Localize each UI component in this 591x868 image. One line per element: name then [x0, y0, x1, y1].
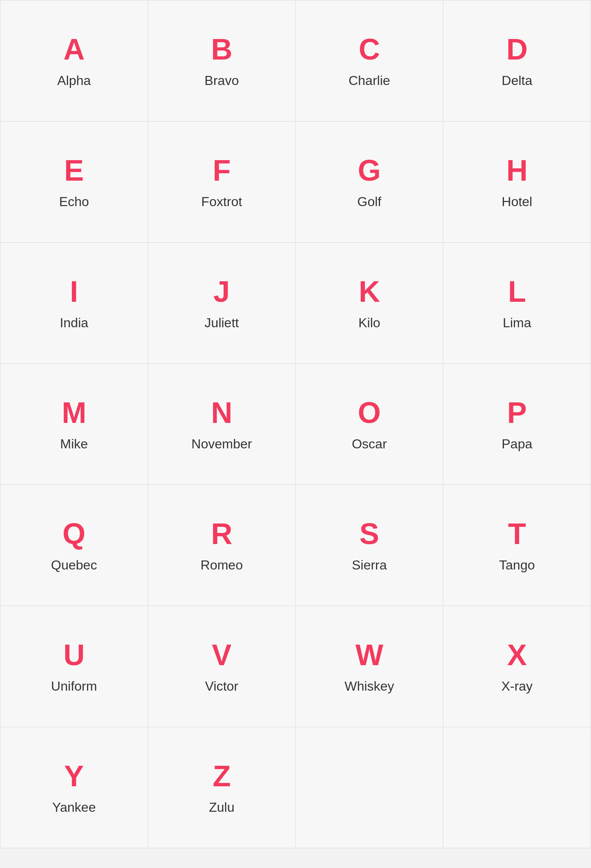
cell-name: Lima [503, 316, 531, 329]
empty-cell [443, 727, 591, 848]
cell-letter: T [508, 519, 526, 549]
alphabet-cell-s: SSierra [296, 485, 444, 606]
cell-name: Delta [502, 74, 532, 87]
cell-name: Bravo [204, 74, 239, 87]
cell-letter: R [211, 519, 232, 549]
cell-letter: W [355, 640, 383, 670]
cell-letter: X [507, 640, 527, 670]
alphabet-cell-t: TTango [443, 485, 591, 606]
alphabet-cell-p: PPapa [443, 364, 591, 485]
alphabet-cell-c: CCharlie [296, 0, 444, 122]
alphabet-cell-y: YYankee [0, 727, 148, 848]
cell-letter: N [211, 398, 232, 427]
alphabet-cell-l: LLima [443, 243, 591, 364]
cell-letter: P [507, 398, 527, 427]
alphabet-cell-h: HHotel [443, 122, 591, 243]
alphabet-cell-z: ZZulu [148, 727, 296, 848]
cell-letter: C [359, 34, 380, 64]
alphabet-grid: AAlphaBBravoCCharlieDDeltaEEchoFFoxtrotG… [0, 0, 591, 848]
alphabet-cell-f: FFoxtrot [148, 122, 296, 243]
alphabet-cell-u: UUniform [0, 606, 148, 727]
cell-letter: I [70, 277, 78, 306]
cell-letter: B [211, 34, 232, 64]
cell-name: Whiskey [344, 680, 394, 693]
cell-name: Kilo [358, 316, 380, 329]
alphabet-cell-v: VVictor [148, 606, 296, 727]
alphabet-cell-a: AAlpha [0, 0, 148, 122]
cell-name: Alpha [57, 74, 91, 87]
cell-letter: H [506, 156, 528, 185]
cell-letter: Y [64, 761, 84, 791]
empty-cell [296, 727, 444, 848]
cell-letter: V [212, 640, 231, 670]
alphabet-cell-d: DDelta [443, 0, 591, 122]
alphabet-cell-n: NNovember [148, 364, 296, 485]
cell-name: Hotel [502, 195, 532, 208]
cell-name: Quebec [51, 558, 97, 572]
cell-name: Mike [60, 437, 88, 450]
cell-name: November [191, 437, 252, 450]
cell-letter: F [213, 156, 231, 185]
cell-name: Golf [357, 195, 382, 208]
cell-letter: O [358, 398, 381, 427]
cell-letter: E [64, 156, 84, 185]
cell-letter: A [63, 34, 85, 64]
cell-name: Victor [205, 680, 238, 693]
cell-letter: Q [62, 519, 85, 549]
cell-letter: U [63, 640, 85, 670]
cell-name: Romeo [201, 558, 243, 572]
alphabet-cell-j: JJuliett [148, 243, 296, 364]
cell-letter: J [213, 277, 230, 306]
cell-name: Zulu [209, 801, 234, 814]
cell-name: Juliett [204, 316, 239, 329]
alphabet-cell-k: KKilo [296, 243, 444, 364]
cell-name: India [60, 316, 88, 329]
cell-name: Tango [499, 558, 535, 572]
alphabet-cell-e: EEcho [0, 122, 148, 243]
alphabet-cell-q: QQuebec [0, 485, 148, 606]
cell-letter: L [508, 277, 526, 306]
alphabet-cell-o: OOscar [296, 364, 444, 485]
cell-name: Echo [59, 195, 89, 208]
cell-name: Sierra [352, 558, 387, 572]
cell-name: X-ray [501, 680, 532, 693]
alphabet-cell-i: IIndia [0, 243, 148, 364]
cell-letter: D [506, 34, 528, 64]
alphabet-cell-r: RRomeo [148, 485, 296, 606]
cell-letter: Z [213, 761, 231, 791]
cell-letter: K [359, 277, 380, 306]
alphabet-cell-b: BBravo [148, 0, 296, 122]
cell-letter: G [358, 156, 381, 185]
alphabet-cell-w: WWhiskey [296, 606, 444, 727]
cell-letter: M [62, 398, 86, 427]
cell-name: Charlie [348, 74, 390, 87]
cell-name: Yankee [52, 801, 96, 814]
alphabet-cell-g: GGolf [296, 122, 444, 243]
alphabet-cell-m: MMike [0, 364, 148, 485]
alphabet-cell-x: XX-ray [443, 606, 591, 727]
cell-name: Papa [502, 437, 532, 450]
cell-name: Uniform [51, 680, 97, 693]
cell-letter: S [360, 519, 379, 549]
cell-name: Foxtrot [201, 195, 242, 208]
cell-name: Oscar [352, 437, 387, 450]
